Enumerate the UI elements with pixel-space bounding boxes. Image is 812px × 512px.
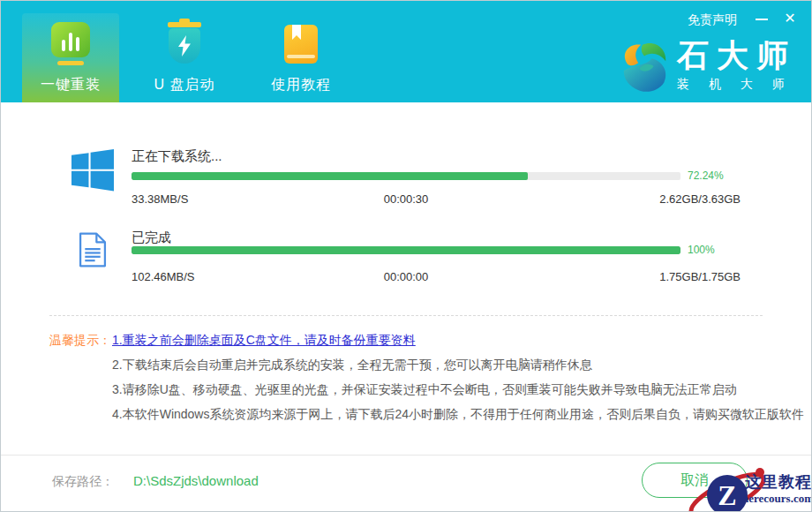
- tip-item-2: 2.下载结束后会自动重启并完成系统的安装，全程无需干预，您可以离开电脑请稍作休息: [112, 358, 592, 373]
- tab-one-key-reinstall[interactable]: 一键重装: [22, 13, 119, 102]
- app-window: 一键重装 U 盘启动 使用教程 免责声明 ✕: [0, 0, 812, 512]
- close-button[interactable]: ✕: [779, 8, 801, 29]
- windows-logo-icon: [71, 149, 114, 192]
- brand-subtitle: 装机大师: [677, 77, 804, 93]
- completed-progress-bar: [132, 246, 680, 254]
- tab-tutorial[interactable]: 使用教程: [252, 13, 350, 102]
- brand-title: 石大师: [677, 40, 804, 72]
- book-icon: [252, 22, 350, 73]
- completed-percent: 100%: [688, 244, 715, 256]
- tab-label: U 盘启动: [136, 76, 233, 94]
- download-progress-bar: [132, 172, 680, 180]
- download-time: 00:00:30: [132, 192, 680, 206]
- document-icon: [79, 232, 107, 267]
- completed-status-title: 已完成: [132, 230, 171, 246]
- cancel-button[interactable]: 取消: [642, 463, 748, 498]
- footer-divider: [1, 455, 811, 456]
- brand: 石大师 装机大师: [617, 40, 804, 94]
- completed-time: 00:00:00: [132, 270, 680, 283]
- disclaimer-link[interactable]: 免责声明: [688, 12, 737, 28]
- download-size: 2.62GB/3.63GB: [659, 192, 741, 206]
- main-content: 正在下载系统... 72.24% 33.38MB/S 00:00:30 2.62…: [1, 102, 811, 512]
- brand-logo-icon: [617, 40, 672, 94]
- tab-label: 使用教程: [252, 76, 350, 94]
- download-status-title: 正在下载系统...: [132, 148, 222, 165]
- completed-progress-fill: [132, 246, 680, 254]
- save-path-label: 保存路径：: [52, 474, 114, 490]
- tip-item-4: 4.本软件Windows系统资源均来源于网上，请下载后24小时删除，不得用于任何…: [112, 407, 804, 423]
- usb-lightning-icon: [136, 22, 233, 73]
- completed-stats: 102.46MB/S 00:00:00 1.75GB/1.75GB: [132, 270, 741, 283]
- chart-bars-icon: [22, 22, 119, 73]
- minimize-button[interactable]: [751, 8, 772, 29]
- tab-usb-boot[interactable]: U 盘启动: [136, 13, 233, 102]
- save-path-value[interactable]: D:\SdsZjds\download: [133, 473, 259, 488]
- tips-label: 温馨提示：: [49, 333, 111, 349]
- dashed-divider: [49, 315, 763, 316]
- download-progress-fill: [132, 172, 528, 180]
- completed-size: 1.75GB/1.75GB: [659, 270, 741, 283]
- header: 一键重装 U 盘启动 使用教程 免责声明 ✕: [1, 1, 811, 102]
- tip-item-1: 1.重装之前会删除桌面及C盘文件，请及时备份重要资料: [112, 333, 416, 349]
- tip-item-3: 3.请移除U盘、移动硬盘、光驱里的光盘，并保证安装过程中不会断电，否则重装可能失…: [112, 382, 737, 398]
- tab-label: 一键重装: [22, 76, 119, 94]
- minimize-icon: [756, 19, 768, 20]
- download-stats: 33.38MB/S 00:00:30 2.62GB/3.63GB: [132, 192, 741, 206]
- download-percent: 72.24%: [688, 169, 724, 182]
